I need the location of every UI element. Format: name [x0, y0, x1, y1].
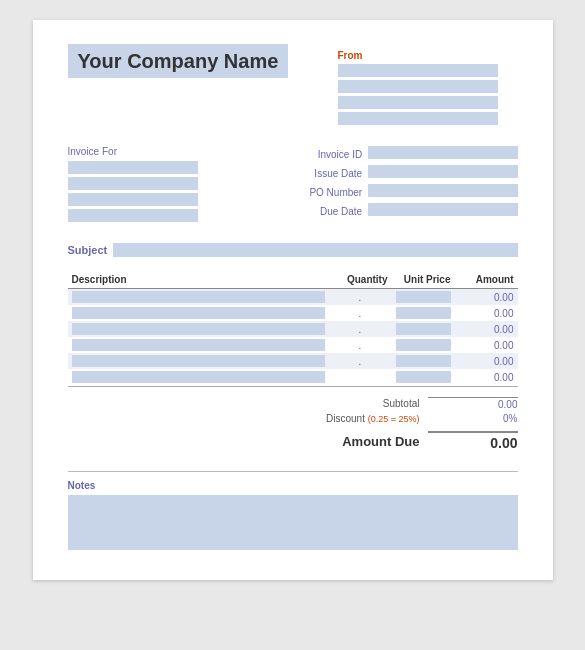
discount-note: (0.25 = 25%) — [368, 414, 420, 424]
issue-date-label: Issue Date — [288, 168, 363, 179]
unit-field-5[interactable] — [396, 355, 451, 367]
notes-section: Notes — [68, 471, 518, 550]
amount-due-label: Amount Due — [258, 434, 428, 449]
client-address2-field[interactable] — [68, 193, 198, 206]
table-row: . 0.00 — [68, 289, 518, 306]
qty-field-3[interactable]: . — [329, 321, 392, 337]
invoice-id-label: Invoice ID — [288, 149, 363, 160]
po-number-row: PO Number — [288, 184, 518, 200]
table-row: . 0.00 — [68, 305, 518, 321]
from-label: From — [338, 50, 518, 61]
unit-field-6[interactable] — [396, 371, 451, 383]
desc-field-6[interactable] — [72, 371, 325, 383]
invoice-table: Description Quantity Unit Price Amount .… — [68, 271, 518, 387]
desc-field-3[interactable] — [72, 323, 325, 335]
invoice-id-field[interactable] — [368, 146, 517, 159]
po-number-field[interactable] — [368, 184, 517, 197]
amount-field-2[interactable]: 0.00 — [455, 305, 518, 321]
from-city-field[interactable] — [338, 112, 498, 125]
discount-value[interactable]: 0% — [428, 413, 518, 424]
client-name-field[interactable] — [68, 161, 198, 174]
po-number-label: PO Number — [288, 187, 363, 198]
company-name[interactable]: Your Company Name — [68, 44, 289, 78]
col-header-unit-price: Unit Price — [392, 271, 455, 289]
col-header-quantity: Quantity — [329, 271, 392, 289]
amount-due-row: Amount Due 0.00 — [258, 431, 518, 451]
client-city-field[interactable] — [68, 209, 198, 222]
invoice-meta-section: Invoice For Invoice ID Issue Date PO Num… — [68, 146, 518, 225]
invoice-for-label: Invoice For — [68, 146, 288, 157]
due-date-row: Due Date — [288, 203, 518, 219]
desc-field-5[interactable] — [72, 355, 325, 367]
from-block: From — [338, 50, 518, 128]
discount-label: Discount (0.25 = 25%) — [258, 413, 428, 424]
from-address1-field[interactable] — [338, 80, 498, 93]
unit-field-1[interactable] — [396, 291, 451, 303]
qty-field-5[interactable]: . — [329, 353, 392, 369]
qty-field-4[interactable]: . — [329, 337, 392, 353]
qty-field-1[interactable]: . — [329, 289, 392, 306]
from-name-field[interactable] — [338, 64, 498, 77]
amount-due-value[interactable]: 0.00 — [428, 431, 518, 451]
unit-field-2[interactable] — [396, 307, 451, 319]
col-header-description: Description — [68, 271, 329, 289]
qty-field-6[interactable] — [329, 369, 392, 387]
totals-block: Subtotal 0.00 Discount (0.25 = 25%) 0% A… — [68, 397, 518, 451]
header-section: Your Company Name From — [68, 50, 518, 128]
unit-field-3[interactable] — [396, 323, 451, 335]
subject-field[interactable] — [113, 243, 517, 257]
desc-field-1[interactable] — [72, 291, 325, 303]
notes-label: Notes — [68, 480, 518, 491]
amount-field-3[interactable]: 0.00 — [455, 321, 518, 337]
table-row: 0.00 — [68, 369, 518, 387]
table-row: . 0.00 — [68, 321, 518, 337]
amount-field-5[interactable]: 0.00 — [455, 353, 518, 369]
invoice-info-block: Invoice ID Issue Date PO Number Due Date — [288, 146, 518, 225]
invoice-id-row: Invoice ID — [288, 146, 518, 162]
invoice-page: Your Company Name From Invoice For Invoi… — [33, 20, 553, 580]
due-date-label: Due Date — [288, 206, 363, 217]
amount-field-4[interactable]: 0.00 — [455, 337, 518, 353]
company-name-block: Your Company Name — [68, 50, 289, 73]
table-header-row: Description Quantity Unit Price Amount — [68, 271, 518, 289]
discount-row: Discount (0.25 = 25%) 0% — [258, 413, 518, 424]
col-header-amount: Amount — [455, 271, 518, 289]
table-row: . 0.00 — [68, 353, 518, 369]
table-row: . 0.00 — [68, 337, 518, 353]
notes-area[interactable] — [68, 495, 518, 550]
from-address2-field[interactable] — [338, 96, 498, 109]
desc-field-2[interactable] — [72, 307, 325, 319]
subtotal-value[interactable]: 0.00 — [428, 397, 518, 410]
subtotal-row: Subtotal 0.00 — [258, 397, 518, 410]
client-address1-field[interactable] — [68, 177, 198, 190]
desc-field-4[interactable] — [72, 339, 325, 351]
amount-field-1[interactable]: 0.00 — [455, 289, 518, 306]
invoice-for-block: Invoice For — [68, 146, 288, 225]
issue-date-row: Issue Date — [288, 165, 518, 181]
amount-field-6[interactable]: 0.00 — [455, 369, 518, 387]
issue-date-field[interactable] — [368, 165, 517, 178]
unit-field-4[interactable] — [396, 339, 451, 351]
subject-row: Subject — [68, 243, 518, 257]
subtotal-label: Subtotal — [258, 398, 428, 409]
due-date-field[interactable] — [368, 203, 517, 216]
qty-field-2[interactable]: . — [329, 305, 392, 321]
subject-label: Subject — [68, 244, 108, 256]
